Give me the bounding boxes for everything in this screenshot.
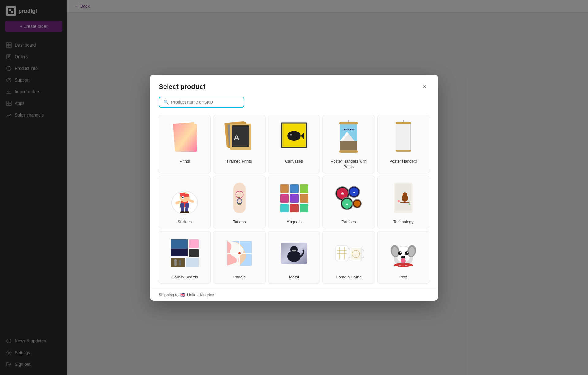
svg-point-143 <box>405 251 409 255</box>
product-image-tattoos <box>217 180 261 216</box>
modal-close-button[interactable]: × <box>420 82 429 92</box>
product-card-prints[interactable]: Prints <box>159 115 211 173</box>
svg-rect-60 <box>180 203 184 208</box>
product-image-poster-hangers <box>381 119 425 156</box>
svg-text:✦: ✦ <box>353 191 355 194</box>
country-name: United Kingdom <box>187 293 216 297</box>
svg-point-125 <box>293 251 295 252</box>
svg-point-145 <box>407 252 408 253</box>
svg-point-124 <box>294 250 296 251</box>
search-input[interactable] <box>171 100 239 105</box>
product-image-patches: ★ ✦ ● <box>326 180 371 216</box>
svg-rect-104 <box>171 249 188 256</box>
svg-rect-109 <box>186 258 199 267</box>
product-name-gallery-boards: Gallery Boards <box>172 275 198 279</box>
svg-rect-61 <box>185 203 189 208</box>
svg-rect-57 <box>396 150 411 152</box>
product-card-gallery-boards[interactable]: Gallery Boards <box>159 231 211 284</box>
svg-rect-106 <box>189 239 199 248</box>
product-name-stickers: Stickers <box>178 220 192 224</box>
product-card-pets[interactable]: ★ ★ Pets <box>377 231 429 284</box>
product-image-gallery-boards <box>163 235 207 272</box>
product-name-poster-hangers-prints: Poster Hangers with Prints <box>331 159 367 169</box>
svg-point-147 <box>401 258 406 264</box>
svg-text:★: ★ <box>341 192 344 196</box>
svg-point-144 <box>400 252 401 253</box>
product-image-metal <box>272 235 316 272</box>
product-card-framed-prints[interactable]: A Framed Prints <box>213 115 265 173</box>
svg-rect-71 <box>180 211 185 213</box>
search-field-wrapper[interactable]: 🔍 <box>159 97 244 108</box>
product-card-home-living[interactable]: Home & Living <box>322 231 375 284</box>
product-name-metal: Metal <box>289 275 299 279</box>
svg-rect-78 <box>280 194 289 203</box>
svg-point-66 <box>182 197 184 198</box>
svg-rect-80 <box>300 194 308 203</box>
svg-point-110 <box>174 259 177 262</box>
svg-rect-105 <box>171 239 188 249</box>
product-image-pets: ★ ★ <box>381 235 425 272</box>
product-grid: Prints A Framed Prints <box>159 115 429 284</box>
svg-rect-73 <box>233 183 246 213</box>
svg-rect-64 <box>180 193 185 195</box>
product-card-tattoos[interactable]: Tattoos <box>213 176 265 228</box>
country-flag: 🇬🇧 <box>180 293 185 297</box>
product-name-panels: Panels <box>233 275 246 279</box>
svg-point-112 <box>179 260 181 262</box>
product-card-magnets[interactable]: Magnets <box>268 176 320 228</box>
svg-point-123 <box>292 250 294 251</box>
svg-point-94 <box>354 201 360 207</box>
product-card-poster-hangers-prints[interactable]: LES ALPES Poster Hangers with Prints <box>322 115 375 173</box>
svg-text:★: ★ <box>399 264 401 267</box>
svg-rect-51 <box>339 150 358 153</box>
svg-text:LES ALPES: LES ALPES <box>343 128 355 131</box>
product-card-technology[interactable]: Technology <box>377 176 429 228</box>
svg-rect-113 <box>179 262 181 266</box>
svg-rect-107 <box>189 249 199 257</box>
modal-overlay: Select product × 🔍 <box>0 0 588 375</box>
svg-point-117 <box>238 252 241 254</box>
product-card-canvases[interactable]: Canvases <box>268 115 320 173</box>
product-card-poster-hangers[interactable]: Poster Hangers <box>377 115 429 173</box>
product-name-framed-prints: Framed Prints <box>227 159 252 163</box>
svg-point-39 <box>290 134 291 135</box>
product-name-pets: Pets <box>399 275 407 279</box>
product-card-panels[interactable]: Panels <box>213 231 265 284</box>
svg-rect-75 <box>280 184 289 193</box>
svg-rect-52 <box>396 122 411 124</box>
modal-body: Prints A Framed Prints <box>150 113 438 289</box>
svg-rect-79 <box>290 194 299 203</box>
svg-rect-72 <box>185 211 189 213</box>
product-card-metal[interactable]: Metal <box>268 231 320 284</box>
product-name-prints: Prints <box>180 159 190 163</box>
svg-rect-41 <box>339 122 358 124</box>
product-image-poster-hangers-prints: LES ALPES <box>326 119 371 156</box>
svg-rect-83 <box>300 204 308 212</box>
svg-rect-76 <box>290 184 299 193</box>
svg-rect-81 <box>280 204 289 212</box>
product-image-panels <box>217 235 261 272</box>
product-name-magnets: Magnets <box>286 220 302 224</box>
product-image-canvases <box>272 119 316 156</box>
product-card-patches[interactable]: ★ ✦ ● Patches <box>322 176 375 228</box>
svg-point-101 <box>398 200 400 202</box>
svg-text:A: A <box>233 133 239 142</box>
select-product-modal: Select product × 🔍 <box>150 75 438 301</box>
product-name-home-living: Home & Living <box>336 275 362 279</box>
product-card-stickers[interactable]: Stickers <box>159 176 211 228</box>
product-name-tattoos: Tattoos <box>233 220 246 224</box>
svg-point-102 <box>409 203 410 205</box>
svg-text:●: ● <box>346 202 348 206</box>
product-image-home-living <box>326 235 371 272</box>
modal-footer: Shipping to 🇬🇧 United Kingdom <box>150 289 438 301</box>
product-name-technology: Technology <box>393 220 413 224</box>
svg-text:★: ★ <box>405 264 407 267</box>
product-image-stickers <box>163 180 207 216</box>
svg-rect-27 <box>175 124 197 152</box>
product-name-poster-hangers: Poster Hangers <box>390 159 417 163</box>
product-image-technology <box>381 180 425 216</box>
svg-rect-49 <box>340 141 357 150</box>
svg-point-142 <box>398 251 402 255</box>
svg-point-100 <box>403 194 404 195</box>
svg-rect-82 <box>290 204 299 212</box>
